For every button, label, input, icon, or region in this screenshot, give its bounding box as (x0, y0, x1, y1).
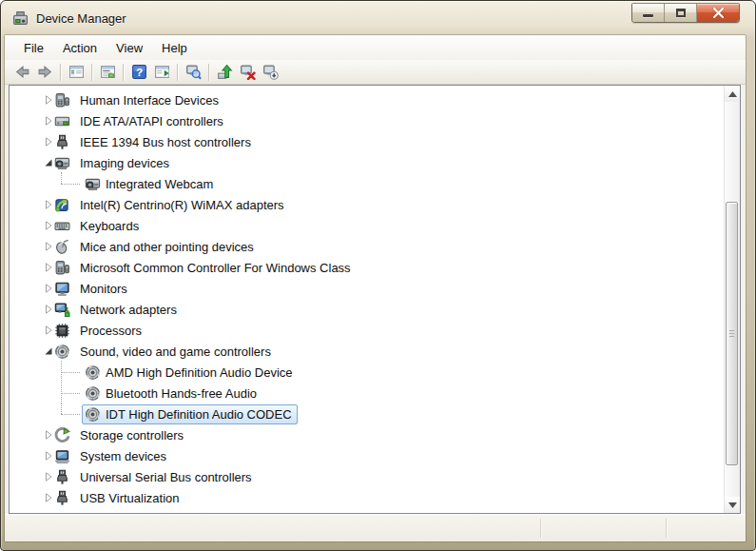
tree-item-label: AMD High Definition Audio Device (106, 365, 293, 380)
tree-item-label: IEEE 1394 Bus host controllers (80, 135, 251, 149)
monitor-icon (54, 281, 70, 297)
close-button[interactable] (697, 4, 739, 22)
tree-item[interactable]: Mice and other pointing devices (10, 236, 723, 257)
tree-item[interactable]: Network adapters (10, 299, 723, 320)
toolbar-separator (91, 64, 92, 81)
tree-item[interactable]: USB Virtualization (10, 487, 723, 508)
expand-toggle-icon[interactable] (43, 304, 53, 314)
disable-device-button[interactable] (259, 62, 281, 83)
audio-device-icon (54, 344, 70, 360)
tree-item-content[interactable]: USB Virtualization (51, 488, 185, 508)
tree-item-label: Microsoft Common Controller For Windows … (80, 261, 351, 275)
tree-item[interactable]: Imaging devices (10, 152, 723, 173)
status-separator (540, 519, 541, 538)
tree-item[interactable]: Keyboards (10, 215, 723, 236)
tree-item-content[interactable]: Network adapters (51, 300, 183, 320)
tree-item[interactable]: IDE ATA/ATAPI controllers (10, 110, 723, 131)
menu-view[interactable]: View (107, 37, 152, 59)
tree-item[interactable]: Storage controllers (10, 424, 723, 445)
menu-help[interactable]: Help (152, 37, 197, 59)
help-button[interactable]: ? (127, 62, 150, 83)
mouse-icon (54, 239, 70, 255)
tree-item-content[interactable]: Keyboards (51, 216, 145, 236)
tree-item-label: Universal Serial Bus controllers (80, 470, 252, 484)
audio-device-icon (85, 364, 101, 381)
usb-controller-icon (54, 490, 70, 506)
tree-item[interactable]: Monitors (10, 278, 723, 299)
show-action-pane-button[interactable] (150, 62, 173, 83)
menu-action[interactable]: Action (53, 37, 107, 59)
minimize-button[interactable] (632, 4, 665, 22)
tree-item[interactable]: Sound, video and game controllers (10, 341, 723, 362)
tree-item[interactable]: AMD High Definition Audio Device (10, 362, 723, 383)
scan-hardware-icon (185, 64, 202, 80)
tree-item[interactable]: Processors (10, 320, 723, 341)
forward-button[interactable] (33, 62, 56, 83)
uninstall-device-icon (240, 64, 256, 80)
close-icon (712, 8, 725, 18)
tree-item-content[interactable]: Human Interface Devices (51, 90, 224, 110)
expand-toggle-icon[interactable] (43, 115, 53, 126)
tree-item[interactable]: Intel(R) Centrino(R) WiMAX adapters (10, 194, 723, 215)
tree-item[interactable]: Human Interface Devices (10, 89, 723, 110)
properties-button[interactable] (96, 62, 119, 83)
disable-device-icon (262, 64, 279, 80)
tree-item-content[interactable]: IEEE 1394 Bus host controllers (51, 132, 257, 152)
tree-item-content[interactable]: AMD High Definition Audio Device (82, 363, 299, 383)
tree-item-content[interactable]: Sound, video and game controllers (51, 342, 277, 362)
tree-item-content[interactable]: System devices (51, 446, 172, 466)
wimax-adapter-icon (54, 197, 70, 213)
vertical-scrollbar[interactable] (724, 86, 740, 513)
tree-item[interactable]: Integrated Webcam (10, 173, 723, 194)
tree-item[interactable]: Bluetooth Hands-free Audio (10, 383, 723, 403)
toolbar-separator (60, 64, 61, 81)
expand-toggle-icon[interactable] (43, 241, 53, 251)
expand-toggle-icon[interactable] (43, 283, 53, 293)
caption-buttons (631, 3, 740, 23)
ide-controller-icon (54, 113, 70, 129)
expand-toggle-icon[interactable] (43, 262, 53, 272)
scroll-up-button[interactable] (725, 86, 740, 102)
scroll-down-button[interactable] (725, 497, 740, 513)
collapse-toggle-icon[interactable] (43, 345, 53, 356)
expand-toggle-icon[interactable] (43, 450, 53, 461)
tree-item-content[interactable]: Bluetooth Hands-free Audio (82, 384, 262, 403)
tree-item-content[interactable]: Integrated Webcam (82, 174, 219, 194)
tree-item[interactable]: IEEE 1394 Bus host controllers (10, 131, 723, 152)
back-button[interactable] (10, 62, 33, 83)
tree-item[interactable]: System devices (10, 445, 723, 466)
tree-item[interactable]: IDT High Definition Audio CODEC (10, 403, 723, 424)
scrollbar-gripper (729, 330, 734, 338)
tree-item[interactable]: Microsoft Common Controller For Windows … (10, 257, 723, 278)
expand-toggle-icon[interactable] (43, 325, 53, 335)
tree-item[interactable]: Universal Serial Bus controllers (10, 466, 723, 487)
tree-item-content[interactable]: Microsoft Common Controller For Windows … (51, 258, 357, 278)
tree-item-content[interactable]: Universal Serial Bus controllers (51, 467, 258, 487)
update-driver-icon (217, 64, 233, 80)
expand-toggle-icon[interactable] (43, 94, 53, 105)
tree-item-content[interactable]: Intel(R) Centrino(R) WiMAX adapters (51, 195, 290, 215)
tree-item-content[interactable]: Storage controllers (51, 425, 189, 445)
tree-item-content[interactable]: Monitors (51, 279, 133, 299)
collapse-toggle-icon[interactable] (43, 157, 53, 167)
maximize-button[interactable] (665, 4, 697, 22)
expand-toggle-icon[interactable] (43, 136, 53, 147)
expand-toggle-icon[interactable] (43, 220, 53, 230)
tree-item-content[interactable]: IDT High Definition Audio CODEC (82, 404, 298, 424)
scrollbar-thumb[interactable] (726, 202, 738, 465)
menu-file[interactable]: File (14, 37, 53, 59)
device-manager-window: Device Manager File Action View Help ? H… (0, 0, 756, 551)
tree-item-content[interactable]: Imaging devices (51, 153, 175, 173)
scan-for-hardware-changes-button[interactable] (182, 62, 204, 83)
menu-bar: File Action View Help (5, 35, 746, 60)
expand-toggle-icon[interactable] (43, 429, 53, 440)
tree-item-content[interactable]: IDE ATA/ATAPI controllers (51, 111, 229, 131)
tree-item-content[interactable]: Processors (51, 321, 147, 341)
expand-toggle-icon[interactable] (43, 199, 53, 209)
expand-toggle-icon[interactable] (43, 492, 53, 502)
expand-toggle-icon[interactable] (43, 471, 53, 482)
show-console-tree-button[interactable] (65, 62, 87, 83)
tree-item-content[interactable]: Mice and other pointing devices (51, 237, 260, 257)
uninstall-device-button[interactable] (236, 62, 259, 83)
update-driver-software-button[interactable] (213, 62, 236, 83)
